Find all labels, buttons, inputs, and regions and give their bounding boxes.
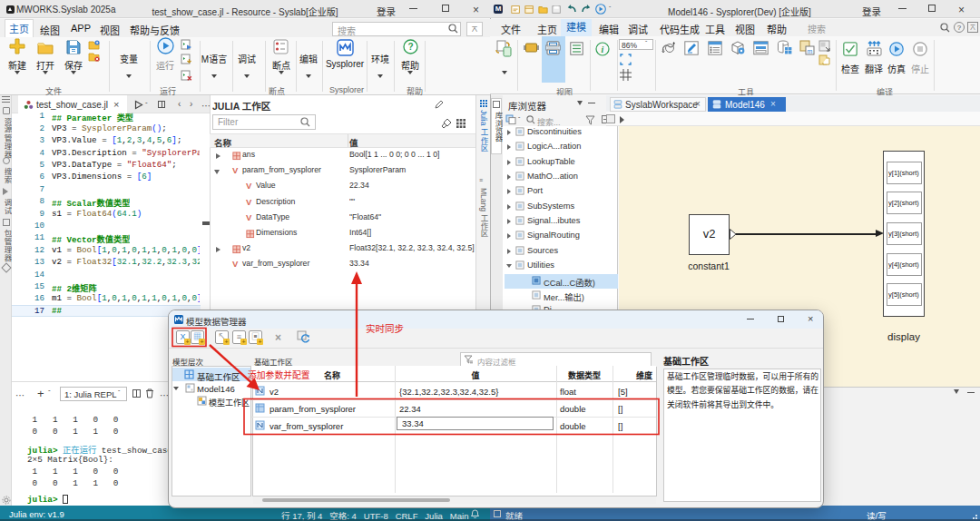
svg-text:m: m [808,48,813,54]
svg-text:?: ? [407,42,413,52]
svg-text:i: i [602,44,604,54]
